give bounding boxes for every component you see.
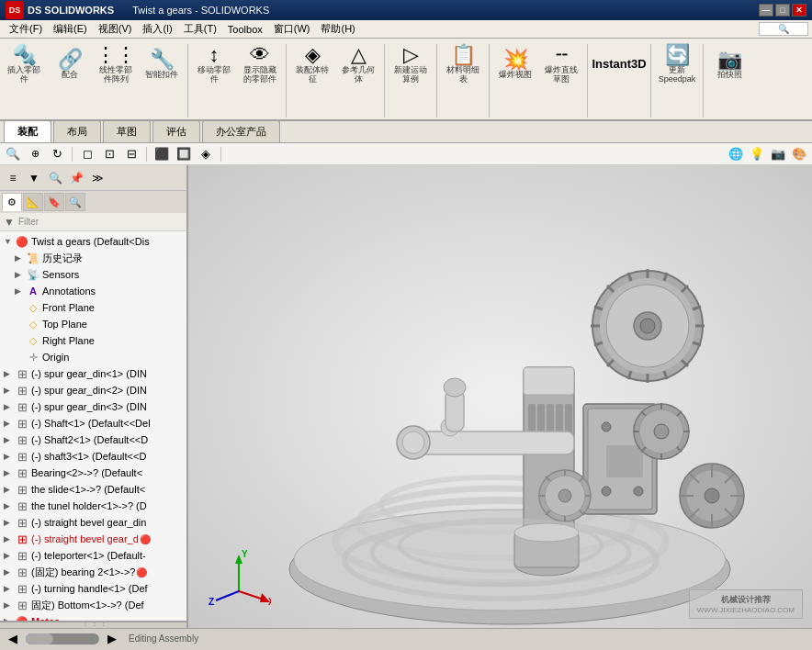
tree-item-bevelgear2[interactable]: ▶ ⊞ (-) straight bevel gear_d 🔴 (0, 531, 186, 547)
assembly-feature-button[interactable]: ◈ 装配体特征 (290, 40, 334, 88)
explode-line-button[interactable]: ╌ 爆炸直线草图 (539, 40, 583, 88)
feature-tree-filter-icon[interactable]: ▼ (25, 169, 43, 187)
wireframe-button[interactable]: ⊡ (100, 145, 118, 163)
menu-edit[interactable]: 编辑(E) (48, 20, 93, 38)
expand-icon-shaft21[interactable]: ▶ (4, 435, 15, 444)
scroll-track[interactable] (26, 633, 99, 644)
tab-evaluate[interactable]: 评估 (152, 120, 200, 142)
expand-icon-bearing2[interactable]: ▶ (4, 468, 15, 477)
expand-icon-bevelgear2[interactable]: ▶ (4, 534, 15, 544)
appearance-button[interactable]: ◈ (197, 145, 215, 163)
tree-item-shaft31[interactable]: ▶ ⊞ (-) shaft3<1> (Default<<D (0, 448, 186, 465)
tree-item-slide1[interactable]: ▶ ⊞ the slide<1>->? (Default< (0, 481, 186, 498)
tree-item-teleporter[interactable]: ▶ ⊞ (-) teleporter<1> (Default- (0, 547, 186, 564)
tree-item-root[interactable]: ▼ 🔴 Twist a gears (Default<Dis (0, 233, 186, 250)
tree-item-origin[interactable]: ✛ Origin (0, 349, 186, 365)
expand-icon-tunelholder[interactable]: ▶ (4, 501, 15, 510)
expand-icon-sensors[interactable]: ▶ (15, 270, 26, 279)
smart-fasteners-button[interactable]: 🔧 智能扣件 (140, 40, 184, 88)
menu-help[interactable]: 帮助(H) (315, 20, 360, 38)
tree-item-tunelholder[interactable]: ▶ ⊞ the tunel holder<1>->? (D (0, 498, 186, 514)
tree-item-annotations[interactable]: ▶ A Annotations (0, 283, 186, 299)
toolbar-search[interactable]: 🔍 (759, 22, 808, 36)
menu-toolbox[interactable]: Toolbox (222, 22, 268, 37)
show-hidden-button[interactable]: 👁 显示隐藏的零部件 (238, 40, 282, 88)
display-button[interactable]: 🎨 (790, 145, 808, 163)
tree-item-spurgear2[interactable]: ▶ ⊞ (-) spur gear_din<2> (DIN (0, 382, 186, 398)
feature-tree-collapse-icon[interactable]: ≫ (88, 169, 107, 187)
tab-assemble[interactable]: 装配 (4, 120, 51, 142)
menu-file[interactable]: 文件(F) (4, 20, 48, 38)
tab-office[interactable]: 办公室产品 (202, 120, 280, 142)
expand-icon-teleporter[interactable]: ▶ (4, 551, 15, 560)
reference-geometry-button[interactable]: △ 参考几何体 (336, 40, 380, 88)
tree-item-shaft21[interactable]: ▶ ⊞ (-) Shaft2<1> (Default<<D (0, 431, 186, 448)
zoom-in-button[interactable]: ⊕ (26, 145, 44, 163)
instant3d-button[interactable]: Instant3D (592, 40, 647, 88)
expand-icon-bearing21[interactable]: ▶ (4, 567, 15, 577)
ft-tab-search[interactable]: 🔍 (65, 193, 85, 211)
move-component-button[interactable]: ↕ 移动零部件 (192, 40, 236, 88)
3d-viewport[interactable]: Y X Z 机械设计推荐 WWW.JIXIEZHAODIAO.COM (188, 165, 812, 628)
bom-button[interactable]: 📋 材料明细表 (441, 40, 485, 88)
shaded-button[interactable]: ◻ (78, 145, 96, 163)
update-speedpak-button[interactable]: 🔄 更新Speedpak (655, 40, 699, 88)
explode-view-button[interactable]: 💥 爆炸视图 (493, 40, 537, 88)
menu-tools[interactable]: 工具(T) (178, 20, 222, 38)
expand-icon-annotations[interactable]: ▶ (15, 286, 26, 296)
minimize-button[interactable]: — (759, 4, 773, 17)
expand-icon-shaft31[interactable]: ▶ (4, 452, 15, 461)
rotate-button[interactable]: ↻ (48, 145, 66, 163)
ft-tab-properties[interactable]: 📐 (23, 193, 43, 211)
section-view-button[interactable]: ⬛ (152, 145, 171, 163)
panel-resize-handle[interactable]: ⋮⋮⋮ (0, 621, 188, 628)
feature-tree-expand-icon[interactable]: ≡ (4, 169, 22, 187)
ft-tab-config[interactable]: 🔖 (44, 193, 64, 211)
tree-item-turning[interactable]: ▶ ⊞ (-) turning handle<1> (Def (0, 580, 186, 597)
expand-icon-root[interactable]: ▼ (4, 237, 15, 246)
tree-item-history[interactable]: ▶ 📜 历史记录 (0, 250, 186, 266)
expand-icon-history[interactable]: ▶ (15, 253, 26, 263)
expand-icon-spurgear1[interactable]: ▶ (4, 369, 15, 378)
scroll-left-button[interactable]: ◀ (4, 630, 22, 648)
insert-component-button[interactable]: 🔩 插入零部件 (2, 40, 46, 88)
tree-item-rightplane[interactable]: ◇ Right Plane (0, 332, 186, 349)
feature-tree-pin-icon[interactable]: 📌 (67, 169, 85, 187)
camera-button[interactable]: 📷 (769, 145, 787, 163)
tree-item-sensors[interactable]: ▶ 📡 Sensors (0, 266, 186, 283)
tab-sketch[interactable]: 草图 (103, 120, 151, 142)
light-button[interactable]: 💡 (748, 145, 766, 163)
new-motion-button[interactable]: ▷ 新建运动算例 (389, 40, 433, 88)
tree-item-bearing21[interactable]: ▶ ⊞ (固定) bearing 2<1>->? 🔴 (0, 564, 186, 580)
close-button[interactable]: ✕ (792, 4, 806, 17)
hidden-lines-button[interactable]: ⊟ (122, 145, 141, 163)
tree-item-bevelgear1[interactable]: ▶ ⊞ (-) straight bevel gear_din (0, 514, 186, 531)
tree-item-bottom1[interactable]: ▶ ⊞ 固定) Bottom<1>->? (Def (0, 597, 186, 613)
maximize-button[interactable]: □ (775, 4, 790, 17)
tree-item-bearing2[interactable]: ▶ ⊞ Bearing<2>->? (Default< (0, 465, 186, 481)
menu-view[interactable]: 视图(V) (93, 20, 138, 38)
tree-item-frontplane[interactable]: ◇ Front Plane (0, 299, 186, 316)
scene-button[interactable]: 🌐 (727, 145, 745, 163)
scroll-right-button[interactable]: ▶ (103, 630, 121, 648)
view-orient-button[interactable]: 🔲 (175, 145, 193, 163)
ft-tab-features[interactable]: ⚙ (2, 193, 22, 211)
expand-icon-spurgear2[interactable]: ▶ (4, 386, 15, 395)
snapshot-button[interactable]: 📷 拍快照 (707, 40, 751, 88)
tab-layout[interactable]: 布局 (53, 120, 101, 142)
feature-tree-content[interactable]: ▼ 🔴 Twist a gears (Default<Dis ▶ 📜 历史记录 … (0, 231, 186, 621)
tree-item-shaft1[interactable]: ▶ ⊞ (-) Shaft<1> (Default<<Del (0, 415, 186, 431)
expand-icon-shaft1[interactable]: ▶ (4, 419, 15, 428)
menu-window[interactable]: 窗口(W) (268, 20, 316, 38)
menu-insert[interactable]: 插入(I) (137, 20, 177, 38)
expand-icon-bottom1[interactable]: ▶ (4, 600, 15, 610)
tree-item-topplane[interactable]: ◇ Top Plane (0, 316, 186, 332)
mate-button[interactable]: 🔗 配合 (48, 40, 92, 88)
expand-icon-spurgear3[interactable]: ▶ (4, 402, 15, 411)
tree-item-spurgear3[interactable]: ▶ ⊞ (-) spur gear_din<3> (DIN (0, 398, 186, 415)
expand-icon-bevelgear1[interactable]: ▶ (4, 518, 15, 527)
expand-icon-turning[interactable]: ▶ (4, 584, 15, 593)
linear-pattern-button[interactable]: ⋮⋮ 线性零部件阵列 (94, 40, 138, 88)
tree-item-spurgear1[interactable]: ▶ ⊞ (-) spur gear_din<1> (DIN (0, 365, 186, 382)
expand-icon-slide1[interactable]: ▶ (4, 485, 15, 494)
